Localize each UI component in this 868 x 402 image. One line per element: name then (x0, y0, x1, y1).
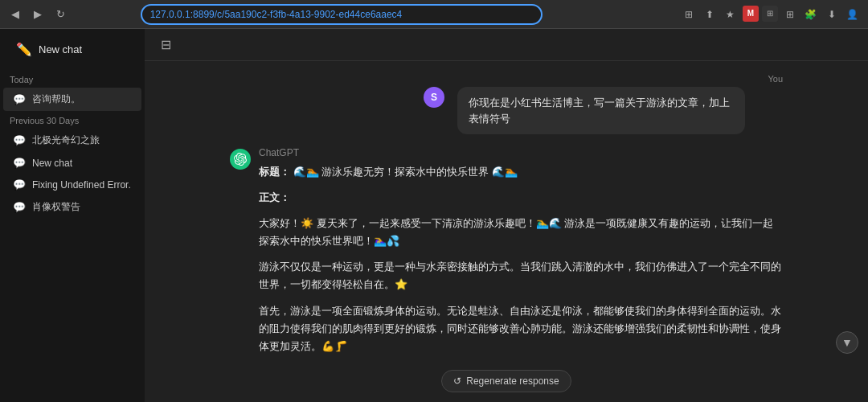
assistant-text: 标题： 🌊🏊 游泳乐趣无穷！探索水中的快乐世界 🌊🏊 正文： 大家好！☀️ 夏天… (259, 163, 783, 363)
address-bar[interactable]: 127.0.0.1:8899/c/5aa190c2-f3fb-4a13-9902… (141, 4, 542, 25)
browser-action-ext[interactable]: 🧩 (802, 6, 820, 23)
sidebar-toggle-button[interactable]: ⊟ (158, 34, 174, 55)
para1: 大家好！☀️ 夏天来了，一起来感受一下清凉的游泳乐趣吧！🏊‍♂️🌊 游泳是一项既… (259, 215, 783, 250)
browser-actions: ⊞ ⬆ ★ M ⊞ ⊞ 🧩 ⬇ 👤 (680, 6, 862, 23)
title-label: 标题： (259, 166, 290, 178)
chat-icon-aurora: 💬 (13, 134, 26, 146)
favicon-red: M (743, 6, 759, 22)
forward-button[interactable]: ▶ (29, 6, 47, 23)
scroll-down-button[interactable]: ▼ (836, 331, 858, 354)
sidebar-item-label-consulting: 咨询帮助。 (32, 92, 132, 106)
sidebar-item-aurora[interactable]: 💬 北极光奇幻之旅 (3, 129, 141, 152)
chat-icon-consulting: 💬 (13, 93, 26, 105)
sidebar-item-label-new: New chat (32, 158, 132, 169)
assistant-message: ChatGPT 标题： 🌊🏊 游泳乐趣无穷！探索水中的快乐世界 🌊🏊 正文： 大… (217, 147, 796, 363)
sidebar: ✏️ New chat Today 💬 咨询帮助。 ✏ ⬆ 🗑 Previous… (0, 29, 145, 402)
regenerate-icon: ↺ (453, 375, 461, 387)
browser-chrome: ◀ ▶ ↻ 127.0.0.1:8899/c/5aa190c2-f3fb-4a1… (0, 0, 868, 29)
chat-area: ⊟ You S 你现在是小红书生活博主，写一篇关于游泳的文章，加上表情符号 (145, 29, 868, 402)
regenerate-button[interactable]: ↺ Regenerate response (441, 370, 571, 392)
browser-action-3[interactable]: ★ (722, 6, 739, 23)
new-chat-label: New chat (39, 43, 82, 55)
sidebar-item-label-portrait: 肖像权警告 (32, 200, 132, 214)
browser-action-4[interactable]: ⊞ (781, 6, 799, 23)
sidebar-section-prev30: Previous 30 Days (0, 111, 145, 129)
chat-icon-portrait: 💬 (13, 201, 26, 213)
browser-action-dl[interactable]: ⬇ (823, 6, 841, 23)
sidebar-section-today: Today (0, 70, 145, 88)
sidebar-item-portrait[interactable]: 💬 肖像权警告 (3, 195, 141, 219)
reload-button[interactable]: ↻ (51, 6, 69, 23)
browser-action-1[interactable]: ⊞ (680, 6, 698, 23)
chat-bottom: ↺ Regenerate response (145, 363, 868, 402)
app-container: ✏️ New chat Today 💬 咨询帮助。 ✏ ⬆ 🗑 Previous… (0, 29, 868, 402)
new-chat-icon: ✏️ (16, 42, 32, 57)
chat-header: ⊟ (145, 29, 868, 61)
url-text: 127.0.0.1:8899/c/5aa190c2-f3fb-4a13-9902… (150, 9, 403, 20)
sidebar-item-label-aurora: 北极光奇幻之旅 (32, 133, 132, 147)
you-label: You (768, 74, 783, 84)
para2: 游泳不仅仅是一种运动，更是一种与水亲密接触的方式。当我们跳入清澈的水中，我们仿佛… (259, 258, 783, 293)
new-chat-button[interactable]: ✏️ New chat (6, 35, 138, 64)
browser-action-2[interactable]: ⬆ (701, 6, 719, 23)
section2: 首先，游泳是一项全面锻炼身体的运动。无论是蛙泳、自由泳还是仰泳，都能够使我们的身… (259, 302, 783, 355)
favicon-dark: ⊞ (762, 6, 778, 22)
regenerate-label: Regenerate response (466, 375, 559, 387)
sidebar-item-consulting[interactable]: 💬 咨询帮助。 ✏ ⬆ 🗑 (3, 88, 141, 111)
back-button[interactable]: ◀ (6, 6, 24, 23)
user-message: You S 你现在是小红书生活博主，写一篇关于游泳的文章，加上表情符号 (217, 74, 796, 134)
sidebar-item-fixing[interactable]: 💬 Fixing Undefined Error. (3, 174, 141, 195)
gpt-logo-icon (234, 153, 247, 166)
sidebar-item-new-chat[interactable]: 💬 New chat (3, 152, 141, 174)
sidebar-item-label-fixing: Fixing Undefined Error. (32, 179, 132, 191)
user-message-text: 你现在是小红书生活博主，写一篇关于游泳的文章，加上表情符号 (457, 87, 745, 134)
browser-action-user[interactable]: 👤 (844, 6, 862, 23)
chat-icon-new: 💬 (13, 157, 26, 169)
chat-icon-fixing: 💬 (13, 178, 26, 191)
gpt-avatar (230, 149, 251, 170)
chat-messages[interactable]: You S 你现在是小红书生活博主，写一篇关于游泳的文章，加上表情符号 Chat… (145, 61, 868, 363)
assistant-name: ChatGPT (259, 147, 783, 158)
article-title: 🌊🏊 游泳乐趣无穷！探索水中的快乐世界 🌊🏊 (293, 166, 518, 178)
body-label: 正文： (259, 191, 290, 203)
assistant-content: ChatGPT 标题： 🌊🏊 游泳乐趣无穷！探索水中的快乐世界 🌊🏊 正文： 大… (259, 147, 783, 363)
user-avatar: S (424, 87, 444, 108)
